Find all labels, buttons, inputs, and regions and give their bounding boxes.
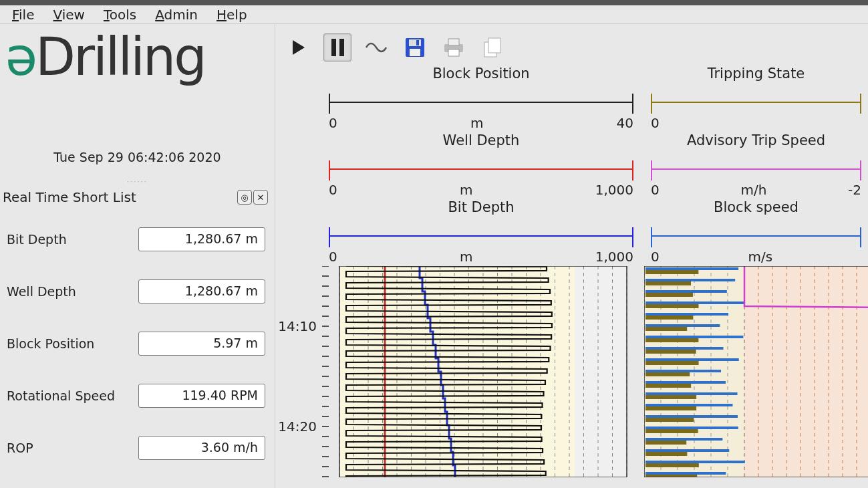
kv-label: Bit Depth [7,232,67,247]
menu-tools[interactable]: Tools [104,7,136,23]
svg-rect-95 [645,370,721,372]
axis-header: Tripping State0 [644,66,868,132]
svg-rect-2 [410,49,420,56]
time-tick: 14:10 [278,318,317,334]
svg-rect-83 [645,301,744,304]
copy-button[interactable] [478,33,507,62]
kv-row: ROP3.60 m/h [0,422,275,474]
time-axis: 14:1014:20 [275,266,322,488]
svg-rect-81 [645,290,727,293]
toolbar [275,24,868,66]
kv-label: ROP [7,441,33,455]
svg-rect-57 [744,266,868,477]
svg-rect-93 [645,358,739,361]
svg-rect-105 [645,426,738,429]
copy-icon [482,37,503,58]
axis-header: Block Position0m40 [322,66,640,132]
panel-title: Real Time Short List [3,189,136,205]
floppy-icon [404,37,426,58]
kv-row: Rotational Speed119.40 RPM [0,370,275,422]
svg-rect-8 [488,38,500,53]
menu-admin[interactable]: Admin [155,7,198,23]
panel-close-icon[interactable]: ✕ [253,190,268,205]
print-button[interactable] [440,33,468,62]
svg-rect-6 [448,49,459,56]
kv-label: Rotational Speed [7,388,115,403]
wave-button[interactable] [362,33,390,62]
svg-rect-109 [645,449,729,452]
svg-rect-97 [645,381,726,384]
svg-rect-31 [339,266,575,477]
panel-expand-icon[interactable]: ◎ [237,190,252,205]
axis-header: Block speed0m/s [644,199,868,266]
kv-label: Well Depth [7,284,76,299]
play-icon [293,40,305,55]
axis-header: Bit Depth0m1,000 [322,199,640,266]
svg-rect-107 [645,438,722,441]
menu-view[interactable]: View [53,7,84,23]
kv-value[interactable]: 3.60 m/h [138,436,265,460]
svg-rect-5 [448,39,459,45]
svg-rect-85 [645,313,728,316]
svg-rect-77 [645,267,738,270]
kv-value[interactable]: 1,280.67 m [138,279,265,303]
log-track-right[interactable] [644,266,868,488]
svg-rect-1 [409,39,421,46]
kv-value[interactable]: 119.40 RPM [138,384,265,408]
svg-rect-89 [645,336,743,338]
svg-rect-103 [645,415,738,418]
svg-rect-87 [645,324,720,327]
kv-label: Block Position [7,336,94,351]
svg-rect-79 [645,279,735,281]
pause-icon [331,39,344,56]
svg-rect-113 [645,472,726,475]
play-button[interactable] [285,33,313,62]
axis-header: Advisory Trip Speed0m/h-2 [644,132,868,199]
kv-row: Bit Depth1,280.67 m [0,213,275,265]
kv-value[interactable]: 5.97 m [138,332,265,356]
pause-button[interactable] [323,33,351,62]
time-tick: 14:20 [278,418,317,435]
svg-rect-111 [645,461,745,463]
app-logo: əDrilling [0,31,275,83]
svg-rect-3 [416,40,419,45]
kv-row: Block Position5.97 m [0,318,275,370]
save-button[interactable] [401,33,429,62]
svg-rect-32 [575,266,627,477]
timestamp: Tue Sep 29 06:42:06 2020 [0,150,275,164]
svg-rect-99 [645,392,738,395]
kv-row: Well Depth1,280.67 m [0,265,275,318]
wave-icon [365,39,388,55]
printer-icon [442,37,465,57]
log-track-left[interactable] [322,266,640,488]
sidebar: əDrilling Tue Sep 29 06:42:06 2020 ·····… [0,24,275,488]
menu-help[interactable]: Help [216,7,247,23]
svg-rect-91 [645,347,723,350]
axis-header: Well Depth0m1,000 [322,132,640,199]
kv-value[interactable]: 1,280.67 m [138,227,265,251]
menubar: File View Tools Admin Help [0,0,868,24]
svg-rect-101 [645,404,732,406]
menu-file[interactable]: File [12,7,34,23]
